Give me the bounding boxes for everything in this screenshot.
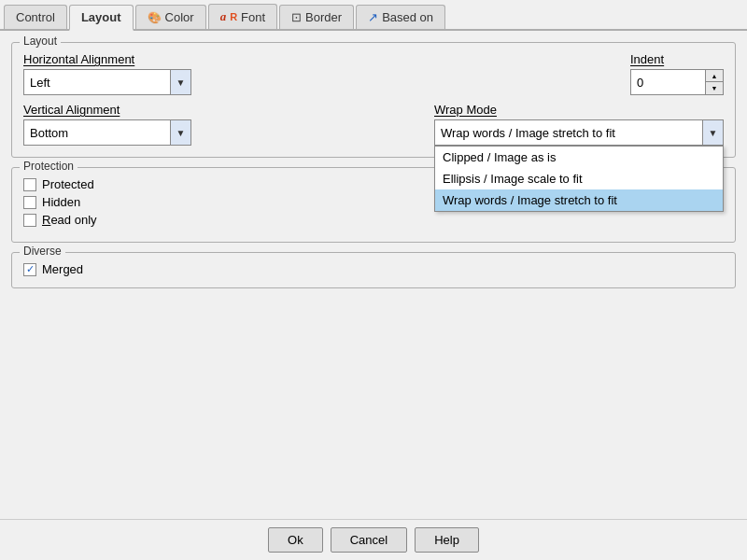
cancel-button[interactable]: Cancel	[331, 527, 407, 553]
horizontal-alignment-dropdown[interactable]: Left ▼	[23, 69, 191, 95]
tab-color-label: Color	[165, 10, 194, 24]
tab-content: Layout Horizontal Alignment Left ▼ Inden…	[0, 31, 747, 519]
hidden-checkbox[interactable]	[23, 196, 36, 209]
wrap-option-clipped[interactable]: Clipped / Image as is	[435, 147, 723, 168]
color-icon: 🎨	[148, 11, 162, 24]
vertical-alignment-value: Bottom	[24, 123, 170, 143]
main-window: Control Layout 🎨 Color aR Font ⊡ Border …	[0, 0, 747, 560]
tab-layout[interactable]: Layout	[69, 5, 134, 31]
hidden-label: Hidden	[42, 195, 80, 209]
horizontal-alignment-value: Left	[24, 73, 170, 92]
tab-control-label: Control	[16, 10, 55, 24]
layout-group: Layout Horizontal Alignment Left ▼ Inden…	[11, 42, 736, 158]
ok-button[interactable]: Ok	[268, 527, 323, 553]
readonly-row: Read only	[23, 213, 724, 227]
merged-checkbox[interactable]: ✓	[23, 263, 36, 276]
tab-layout-label: Layout	[81, 10, 121, 24]
horizontal-alignment-arrow[interactable]: ▼	[170, 70, 190, 94]
protected-checkbox[interactable]	[23, 178, 36, 191]
tab-font[interactable]: aR Font	[208, 4, 277, 29]
indent-spinbox[interactable]: 0 ▲ ▼	[630, 69, 724, 95]
vertical-alignment-dropdown[interactable]: Bottom ▼	[23, 119, 191, 146]
indent-decrement[interactable]: ▼	[706, 82, 723, 94]
help-button[interactable]: Help	[415, 527, 479, 553]
content-spacer	[11, 298, 736, 508]
layout-section-label: Layout	[20, 35, 61, 48]
button-bar: Ok Cancel Help	[0, 519, 747, 560]
tab-basedon-label: Based on	[382, 10, 433, 24]
vertical-wrap-row: Vertical Alignment Bottom ▼ Wrap Mode Wr…	[23, 103, 724, 146]
horizontal-alignment-label: Horizontal Alignment	[23, 52, 612, 66]
vertical-alignment-label: Vertical Alignment	[23, 103, 416, 117]
indent-field: Indent 0 ▲ ▼	[630, 52, 724, 95]
tab-control[interactable]: Control	[4, 5, 67, 29]
diverse-section-label: Diverse	[20, 245, 65, 258]
wrap-mode-field: Wrap Mode Wrap words / Image stretch to …	[434, 103, 724, 146]
wrap-mode-dropdown-list: Clipped / Image as is Ellipsis / Image s…	[434, 146, 724, 212]
readonly-checkbox[interactable]	[23, 214, 36, 227]
indent-spin-buttons: ▲ ▼	[705, 70, 723, 94]
alignment-indent-row: Horizontal Alignment Left ▼ Indent 0 ▲	[23, 52, 724, 95]
wrap-mode-value: Wrap words / Image stretch to fit	[435, 123, 702, 143]
merged-row: ✓ Merged	[23, 262, 724, 276]
indent-value: 0	[631, 73, 705, 92]
wrap-mode-arrow[interactable]: ▼	[702, 120, 723, 145]
tab-color[interactable]: 🎨 Color	[135, 5, 206, 29]
merged-label: Merged	[42, 262, 83, 276]
tab-bar: Control Layout 🎨 Color aR Font ⊡ Border …	[0, 0, 747, 31]
horizontal-alignment-field: Horizontal Alignment Left ▼	[23, 52, 612, 95]
protected-label: Protected	[42, 177, 94, 191]
font-icon-sub: R	[230, 11, 237, 22]
basedon-icon: ↗	[368, 10, 378, 24]
diverse-group: Diverse ✓ Merged	[11, 252, 736, 288]
tab-font-label: Font	[241, 10, 265, 24]
wrap-mode-label: Wrap Mode	[434, 103, 724, 117]
tab-border-label: Border	[305, 10, 342, 24]
tab-basedon[interactable]: ↗ Based on	[356, 5, 445, 29]
protection-section-label: Protection	[20, 160, 78, 173]
readonly-label: Read only	[42, 213, 97, 227]
vertical-alignment-field: Vertical Alignment Bottom ▼	[23, 103, 416, 146]
border-icon: ⊡	[291, 10, 302, 24]
wrap-option-ellipsis[interactable]: Ellipsis / Image scale to fit	[435, 168, 723, 189]
wrap-option-wrap[interactable]: Wrap words / Image stretch to fit	[435, 189, 723, 211]
wrap-mode-dropdown[interactable]: Wrap words / Image stretch to fit ▼	[434, 119, 724, 146]
tab-border[interactable]: ⊡ Border	[279, 5, 354, 29]
vertical-alignment-arrow[interactable]: ▼	[170, 120, 190, 145]
layout-form: Horizontal Alignment Left ▼ Indent 0 ▲	[23, 52, 724, 146]
font-icon: a	[220, 9, 227, 24]
indent-label: Indent	[630, 52, 724, 66]
indent-increment[interactable]: ▲	[706, 70, 723, 82]
